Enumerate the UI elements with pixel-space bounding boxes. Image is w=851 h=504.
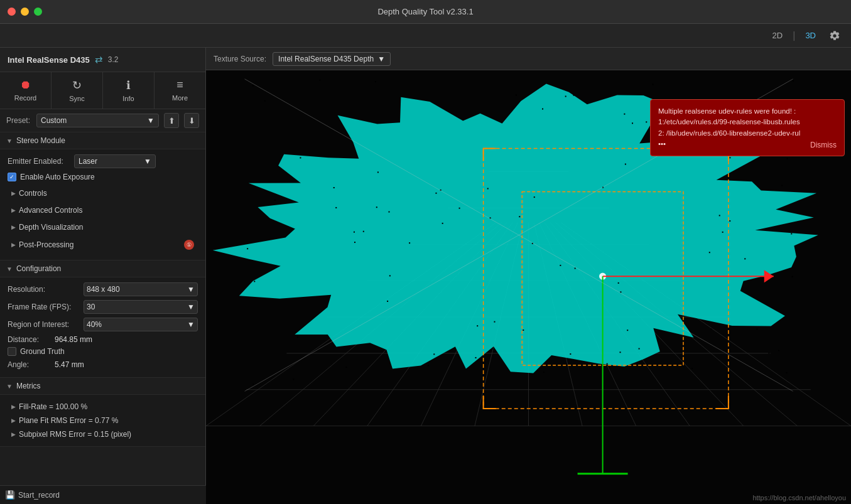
plane-fit-value: Plane Fit RMS Error = 0.77 %: [19, 416, 118, 425]
auto-exposure-row: ✓ Enable Auto Exposure: [8, 173, 198, 181]
texture-bar: Texture Source: Intel RealSense D435 Dep…: [206, 48, 851, 70]
close-button[interactable]: [8, 8, 16, 16]
preset-row: Preset: Custom ▼ ⬆ ⬇: [0, 109, 205, 132]
controls-title: Controls: [19, 189, 47, 198]
stereo-module-title: Stereo Module: [16, 136, 65, 145]
emitter-label: Emitter Enabled:: [8, 157, 70, 166]
metrics-header[interactable]: ▼ Metrics: [0, 378, 205, 395]
url-bar: https://blog.csdn.net/ahelloyou: [752, 494, 846, 501]
configuration-content: Resolution: 848 x 480 ▼ Frame Rate (FPS)…: [0, 277, 205, 378]
window-controls: [8, 8, 42, 16]
distance-value: 964.85 mm: [55, 335, 92, 344]
depth-viz-title: Depth Visualization: [19, 223, 84, 232]
start-record-label: Start_record: [18, 491, 60, 500]
device-header: Intel RealSense D435 ⇄ 3.2: [0, 48, 205, 72]
subpixel-arrow: ▶: [11, 431, 16, 437]
preset-upload-button[interactable]: ⬆: [164, 113, 179, 128]
controls-arrow: ▶: [11, 190, 16, 196]
usb-icon: ⇄: [95, 54, 103, 65]
resolution-label: Resolution:: [8, 285, 80, 294]
btn-2d[interactable]: 2D: [767, 28, 788, 43]
roi-label: Region of Interest:: [8, 320, 80, 329]
sync-label: Sync: [69, 95, 84, 102]
angle-label: Angle:: [8, 360, 55, 369]
minimize-button[interactable]: [21, 8, 29, 16]
fps-row: Frame Rate (FPS): 30 ▼: [8, 300, 198, 314]
error-dismiss-button[interactable]: Dismiss: [810, 139, 837, 151]
angle-row: Angle: 5.47 mm: [8, 360, 198, 369]
fps-label: Frame Rate (FPS):: [8, 303, 80, 311]
subpixel-value: Subpixel RMS Error = 0.15 (pixel): [19, 430, 131, 439]
fps-select[interactable]: 30 ▼: [84, 300, 198, 314]
canvas-area: Multiple realsense udev-rules were found…: [206, 70, 851, 504]
texture-source-value: Intel RealSense D435 Depth: [278, 55, 374, 63]
stereo-module-arrow: ▼: [6, 137, 13, 144]
metrics-content: ▶ Fill-Rate = 100.00 % ▶ Plane Fit RMS E…: [0, 395, 205, 447]
record-icon: ⏺: [20, 78, 31, 92]
auto-exposure-label: Enable Auto Exposure: [20, 173, 95, 181]
more-label: More: [172, 94, 188, 102]
plane-fit-item[interactable]: ▶ Plane Fit RMS Error = 0.77 %: [8, 414, 198, 427]
stereo-module-header[interactable]: ▼ Stereo Module: [0, 132, 205, 149]
info-label: Info: [122, 95, 134, 102]
post-processing-badge: ①: [184, 240, 194, 250]
preset-select[interactable]: Custom ▼: [36, 114, 159, 127]
more-button[interactable]: ≡ More: [154, 72, 205, 109]
maximize-button[interactable]: [34, 8, 42, 16]
btn-3d[interactable]: 3D: [800, 28, 821, 43]
top-toolbar: 2D | 3D: [0, 24, 851, 48]
distance-row: Distance: 964.85 mm: [8, 335, 198, 344]
record-disk-icon: 💾: [5, 490, 15, 500]
post-processing-header[interactable]: ▶ Post-Processing ①: [8, 237, 198, 253]
ground-truth-checkbox[interactable]: [8, 347, 16, 356]
texture-source-select[interactable]: Intel RealSense D435 Depth ▼: [273, 52, 391, 66]
sync-button[interactable]: ↻ Sync: [51, 72, 103, 109]
texture-dropdown-icon: ▼: [377, 55, 385, 63]
error-line3: 2: /lib/udev/rules.d/60-librealsense2-ud…: [658, 128, 837, 139]
resolution-select[interactable]: 848 x 480 ▼: [84, 282, 198, 296]
advanced-controls-title: Advanced Controls: [19, 206, 82, 215]
stereo-module-content: Emitter Enabled: Laser ▼ ✓ Enable Auto E…: [0, 149, 205, 260]
roi-select[interactable]: 40% ▼: [84, 318, 198, 331]
configuration-title: Configuration: [16, 264, 61, 273]
usb-version: 3.2: [108, 55, 119, 64]
controls-header[interactable]: ▶ Controls: [8, 186, 198, 201]
device-name: Intel RealSense D435: [8, 55, 90, 65]
error-line2: 1:/etc/udev/rules.d/99-realsense-libusb.…: [658, 117, 837, 127]
emitter-select[interactable]: Laser ▼: [74, 154, 156, 168]
auto-exposure-checkbox[interactable]: ✓: [8, 173, 16, 181]
resolution-row: Resolution: 848 x 480 ▼: [8, 282, 198, 296]
fill-rate-item[interactable]: ▶ Fill-Rate = 100.00 %: [8, 400, 198, 414]
fill-rate-value: Fill-Rate = 100.00 %: [19, 402, 87, 411]
post-processing-arrow: ▶: [11, 242, 16, 248]
plane-fit-arrow: ▶: [11, 417, 16, 424]
configuration-header[interactable]: ▼ Configuration: [0, 260, 205, 277]
action-buttons: ⏺ Record ↻ Sync ℹ Info ≡ More: [0, 72, 205, 109]
ground-truth-label: Ground Truth: [20, 347, 65, 356]
bottom-bar: 💾 Start_record: [0, 485, 206, 504]
viewport: Texture Source: Intel RealSense D435 Dep…: [206, 48, 851, 504]
info-icon: ℹ: [126, 78, 131, 92]
metrics-arrow: ▼: [6, 383, 13, 390]
post-processing-title: Post-Processing: [19, 240, 73, 249]
preset-label: Preset:: [6, 116, 31, 125]
start-record-button[interactable]: 💾 Start_record: [5, 490, 60, 500]
metrics-title: Metrics: [16, 382, 41, 390]
distance-label: Distance:: [8, 335, 55, 344]
depth-viz-arrow: ▶: [11, 224, 16, 230]
record-button[interactable]: ⏺ Record: [0, 72, 51, 109]
settings-button[interactable]: [826, 27, 843, 45]
subpixel-item[interactable]: ▶ Subpixel RMS Error = 0.15 (pixel): [8, 427, 198, 441]
advanced-controls-header[interactable]: ▶ Advanced Controls: [8, 203, 198, 218]
info-button[interactable]: ℹ Info: [103, 72, 154, 109]
error-line1: Multiple realsense udev-rules were found…: [658, 106, 837, 117]
configuration-arrow: ▼: [6, 265, 13, 272]
texture-source-label: Texture Source:: [214, 55, 266, 63]
fill-rate-arrow: ▶: [11, 404, 16, 410]
sync-icon: ↻: [72, 78, 82, 92]
preset-download-button[interactable]: ⬇: [184, 113, 199, 128]
depth-visualization-header[interactable]: ▶ Depth Visualization: [8, 220, 198, 235]
angle-value: 5.47 mm: [55, 360, 84, 369]
advanced-controls-arrow: ▶: [11, 207, 16, 213]
roi-row: Region of Interest: 40% ▼: [8, 318, 198, 331]
